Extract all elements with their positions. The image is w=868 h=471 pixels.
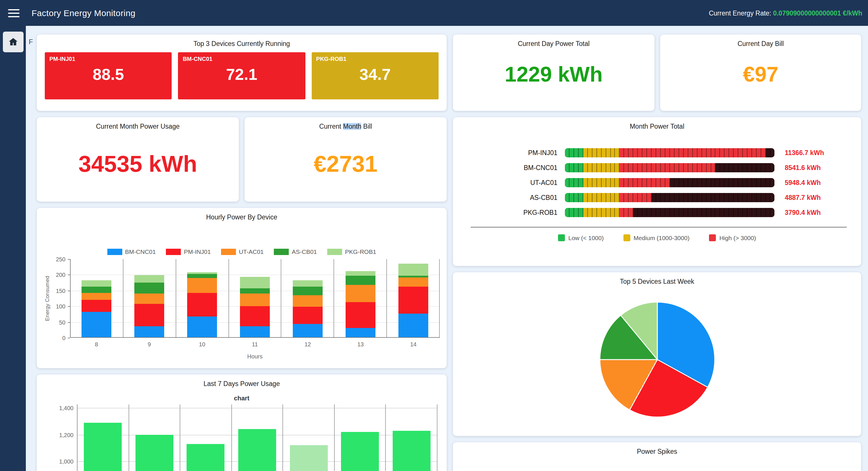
legend-label: PM-INJ01 — [184, 248, 211, 255]
led-usage-bar — [565, 193, 774, 202]
device-tile: PKG-ROB1 34.7 — [311, 52, 439, 99]
day-bill-card: Current Day Bill €97 — [660, 34, 861, 111]
pie-chart-wrap — [453, 299, 861, 420]
pie-chart — [596, 299, 718, 420]
x-tick-label: 8 — [70, 341, 123, 348]
device-value: 34.7 — [311, 65, 439, 84]
bar — [238, 429, 276, 471]
card-title: Current Day Bill — [660, 34, 861, 47]
legend-swatch — [709, 234, 716, 241]
chart-column — [282, 259, 334, 337]
legend-swatch — [274, 248, 289, 255]
legend-label: High (> 3000) — [719, 234, 756, 241]
legend-label: PKG-ROB1 — [345, 248, 376, 255]
x-tick-label: 10 — [176, 341, 228, 348]
legend-item[interactable]: AS-CB01 — [274, 248, 317, 255]
device-usage-row: PKG-ROB13790.4 kWh — [453, 205, 861, 220]
device-label: BM-CNC01 — [183, 56, 212, 62]
device-tile: PM-INJ01 88.5 — [45, 52, 172, 99]
device-name: UT-AC01 — [453, 179, 565, 186]
legend-label: Medium (1000-3000) — [633, 234, 689, 241]
card-title: Current Month Power Usage — [37, 117, 239, 130]
energy-rate-value: 0.07909000000000001 — [773, 9, 841, 17]
device-usage-bars: PM-INJ0111366.7 kWhBM-CNC018541.6 kWhUT-… — [453, 145, 861, 220]
legend-item[interactable]: PKG-ROB1 — [327, 248, 376, 255]
y-tick-label: 150 — [38, 288, 65, 294]
led-usage-bar — [565, 208, 774, 217]
divider — [471, 227, 847, 228]
card-title: Current Day Power Total — [453, 34, 654, 47]
led-usage-bar — [565, 148, 774, 157]
y-tick-label: 0 — [38, 335, 65, 341]
bar — [290, 445, 328, 471]
device-name: BM-CNC01 — [453, 164, 565, 171]
home-button[interactable] — [3, 32, 24, 52]
device-tiles: PM-INJ01 88.5 BM-CNC01 72.1 PKG-ROB1 34.… — [37, 47, 446, 99]
top3-devices-card: Top 3 Devices Currently Running PM-INJ01… — [37, 34, 446, 111]
y-tick-label: 1,200 — [38, 432, 73, 438]
device-usage-row: PM-INJ0111366.7 kWh — [453, 145, 861, 160]
device-usage-value: 4887.7 kWh — [785, 194, 820, 201]
stacked-bar — [187, 272, 217, 337]
stacked-bar — [135, 275, 164, 337]
legend-swatch — [107, 248, 122, 255]
hourly-stacked-bar-chart — [70, 259, 440, 338]
y-tick-label: 250 — [38, 256, 65, 263]
device-usage-value: 8541.6 kWh — [785, 164, 820, 171]
month-usage-value: 34535 kWh — [37, 151, 239, 177]
device-usage-row: UT-AC015948.4 kWh — [453, 175, 861, 190]
device-usage-row: AS-CB014887.7 kWh — [453, 190, 861, 205]
device-tile: BM-CNC01 72.1 — [178, 52, 305, 99]
x-tick-label: 11 — [228, 341, 281, 348]
stacked-bar — [398, 264, 428, 337]
chart-column — [180, 404, 231, 471]
device-usage-row: BM-CNC018541.6 kWh — [453, 160, 861, 175]
y-tick-label: 50 — [38, 319, 65, 325]
card-title: Top 3 Devices Currently Running — [37, 34, 446, 47]
chart-column — [386, 404, 437, 471]
device-name: PM-INJ01 — [453, 149, 565, 156]
chart-subtitle: chart — [37, 394, 446, 402]
power-spikes-card: Power Spikes 130 — [453, 442, 861, 471]
chart-column — [283, 404, 335, 471]
chart-title: Last 7 Days Power Usage — [37, 375, 446, 387]
stacked-bar — [293, 280, 322, 337]
device-label: PKG-ROB1 — [316, 56, 346, 62]
title-text: Current — [319, 123, 343, 130]
chart-column — [231, 404, 283, 471]
chart-title: Hourly Power By Device — [37, 208, 446, 220]
day-total-card: Current Day Power Total 1229 kWh — [453, 34, 654, 111]
home-icon — [8, 37, 19, 47]
device-usage-value: 11366.7 kWh — [785, 149, 824, 156]
legend-swatch — [166, 248, 181, 255]
chart-column — [334, 259, 387, 337]
y-tick-label: 100 — [38, 303, 65, 310]
last7-days-card: Last 7 Days Power Usage chart 1,4001,200… — [37, 375, 446, 471]
x-axis-label: Hours — [70, 353, 440, 359]
device-usage-value: 5948.4 kWh — [785, 179, 820, 186]
led-usage-bar — [565, 178, 774, 187]
sidebar-partial-label: F — [29, 38, 33, 46]
energy-rate-unit: €/kWh — [843, 9, 862, 17]
chart-column — [176, 259, 229, 337]
bar — [84, 422, 122, 471]
legend-item[interactable]: PM-INJ01 — [166, 248, 211, 255]
y-axis-tick: 130 — [455, 470, 480, 471]
y-tick-label: 1,000 — [38, 459, 73, 465]
led-usage-bar — [565, 163, 774, 172]
y-tick-label: 1,400 — [38, 405, 73, 411]
right-column: Current Day Power Total 1229 kWh Current… — [453, 34, 861, 471]
device-label: PM-INJ01 — [50, 56, 75, 62]
hamburger-menu-icon[interactable] — [8, 7, 20, 19]
selected-text: Month — [343, 123, 361, 130]
day-bill-value: €97 — [660, 63, 861, 87]
month-power-total-card: Month Power Total PM-INJ0111366.7 kWhBM-… — [453, 117, 861, 266]
day-total-value: 1229 kWh — [453, 63, 654, 87]
day-metrics-row: Current Day Power Total 1229 kWh Current… — [453, 34, 861, 111]
legend-item: Low (< 1000) — [558, 234, 603, 241]
legend-label: UT-AC01 — [239, 248, 264, 255]
legend-item[interactable]: BM-CNC01 — [107, 248, 156, 255]
chart-column — [335, 404, 386, 471]
legend-item[interactable]: UT-AC01 — [221, 248, 264, 255]
legend-swatch — [221, 248, 236, 255]
